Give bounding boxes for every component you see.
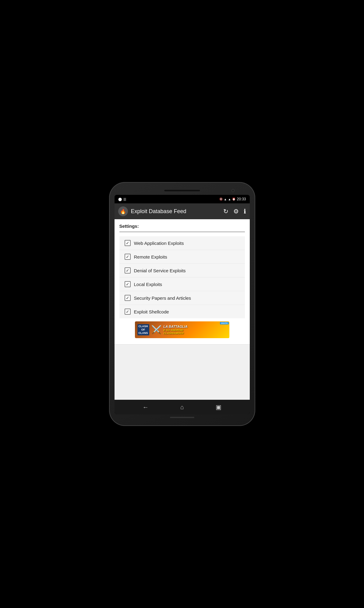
checkbox-checked-icon — [125, 295, 131, 301]
nav-bar: ← ⌂ ▣ — [115, 400, 250, 414]
mute-icon: 🔇 — [219, 198, 223, 201]
security-papers-label: Security Papers and Articles — [134, 295, 191, 301]
settings-section: Settings: Web Application Exploits — [115, 219, 250, 345]
ad-warrior-icon: ⚔️ — [151, 325, 162, 335]
checkbox-dos-exploits[interactable] — [124, 267, 131, 274]
dos-exploits-label: Denial of Service Exploits — [134, 268, 186, 273]
ad-main-text: LA BATTAGLIA — [164, 325, 188, 329]
checkbox-web-exploits[interactable] — [124, 240, 131, 246]
list-item[interactable]: Web Application Exploits — [119, 236, 245, 250]
checkbox-shellcode[interactable] — [124, 308, 131, 315]
local-exploits-label: Local Exploits — [134, 282, 162, 287]
ad-text-area: LA BATTAGLIA È SU ANDROID CLASHIAMOCI! — [164, 325, 227, 335]
app-title: Exploit Database Feed — [131, 208, 220, 215]
list-item[interactable]: Remote Exploits — [119, 250, 245, 264]
remote-exploits-label: Remote Exploits — [134, 254, 167, 259]
status-right-icons: 🔇 ▲ ▲ ⏰ 20:33 — [219, 197, 246, 201]
ad-sub-text1: È SU ANDROID — [164, 329, 183, 332]
checkbox-checked-icon — [125, 309, 131, 315]
alarm-icon: ⏰ — [232, 198, 235, 201]
app-bar-actions: ↻ ⚙ ℹ — [223, 208, 246, 215]
status-left-icons: ⬤ ||| — [118, 197, 126, 201]
recent-apps-button[interactable]: ▣ — [216, 403, 221, 411]
phone-top-area — [115, 188, 250, 195]
checkbox-list: Web Application Exploits Remote Exploits — [119, 236, 245, 318]
checkbox-checked-icon — [125, 240, 131, 246]
home-button[interactable]: ⌂ — [180, 404, 184, 411]
checkbox-checked-icon — [125, 267, 131, 274]
list-item[interactable]: Denial of Service Exploits — [119, 264, 245, 277]
checkbox-checked-icon — [125, 281, 131, 287]
clock: 20:33 — [237, 197, 246, 201]
refresh-button[interactable]: ↻ — [223, 208, 228, 215]
checkbox-security-papers[interactable] — [124, 295, 131, 301]
ad-banner[interactable]: CLASH OF CLANS ⚔️ LA BATTAGLIA È SU ANDR… — [135, 321, 229, 338]
ad-badge: GRATIS — [220, 322, 228, 324]
web-exploits-label: Web Application Exploits — [134, 241, 184, 246]
checkbox-remote-exploits[interactable] — [124, 253, 131, 260]
status-bar: ⬤ ||| 🔇 ▲ ▲ ⏰ 20:33 — [115, 195, 250, 203]
ad-content: CLASH OF CLANS ⚔️ LA BATTAGLIA È SU ANDR… — [135, 321, 229, 338]
home-indicator — [170, 417, 194, 418]
app-bar: 🔥 Exploit Database Feed ↻ ⚙ ℹ — [115, 203, 250, 219]
signal-bars-icon: ||| — [124, 197, 126, 201]
checkbox-checked-icon — [125, 254, 131, 260]
back-button[interactable]: ← — [143, 404, 149, 411]
list-item[interactable]: Security Papers and Articles — [119, 291, 245, 305]
list-item[interactable]: Local Exploits — [119, 277, 245, 291]
speaker-grille — [164, 189, 200, 192]
phone-device: ⬤ ||| 🔇 ▲ ▲ ⏰ 20:33 🔥 Exploit Database F… — [109, 182, 255, 426]
ad-logo: CLASH OF CLANS — [137, 324, 149, 335]
app-logo-icon: 🔥 — [118, 206, 128, 216]
ad-sub-text2: CLASHIAMOCI! — [164, 332, 184, 335]
info-button[interactable]: ℹ — [244, 208, 246, 215]
main-content: Settings: Web Application Exploits — [115, 219, 250, 400]
phone-screen: ⬤ ||| 🔇 ▲ ▲ ⏰ 20:33 🔥 Exploit Database F… — [115, 195, 250, 414]
phone-bottom-area — [170, 414, 194, 420]
whatsapp-icon: ⬤ — [118, 197, 122, 201]
ad-logo-text: CLASH OF CLANS — [137, 324, 149, 335]
settings-header: Settings: — [119, 224, 245, 229]
settings-button[interactable]: ⚙ — [233, 208, 239, 215]
list-item[interactable]: Exploit Shellcode — [119, 305, 245, 318]
wifi-icon: ▲ — [224, 198, 227, 201]
front-camera — [231, 189, 235, 192]
signal-icon: ▲ — [228, 198, 231, 201]
settings-divider — [119, 232, 245, 232]
checkbox-local-exploits[interactable] — [124, 281, 131, 288]
shellcode-label: Exploit Shellcode — [134, 309, 169, 314]
